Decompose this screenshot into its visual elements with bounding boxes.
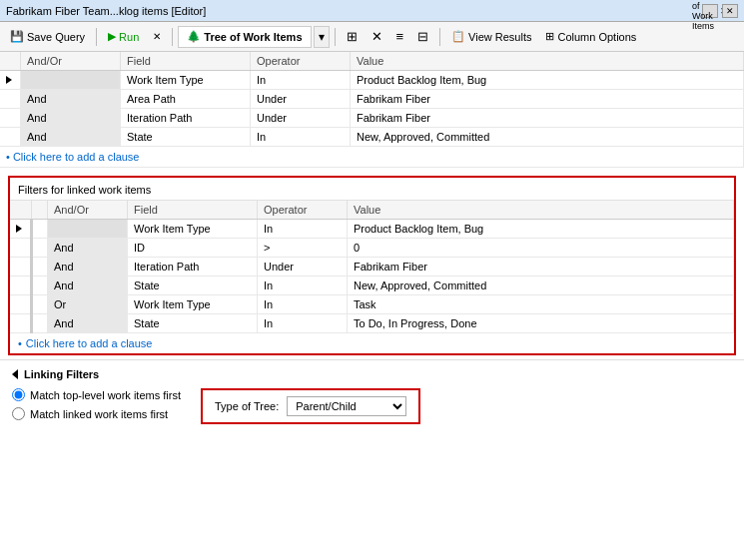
linked-operator-cell[interactable]: In bbox=[258, 277, 348, 295]
col-selector-header bbox=[0, 52, 21, 71]
linked-field-cell[interactable]: ID bbox=[128, 239, 258, 258]
column-options-button[interactable]: ⊞ Column Options bbox=[539, 26, 642, 48]
tree-type-dropdown[interactable]: ▾ bbox=[314, 26, 330, 48]
linked-field-cell[interactable]: State bbox=[128, 277, 258, 295]
linked-operator-cell[interactable]: Under bbox=[258, 258, 348, 277]
linked-operator-cell[interactable]: In bbox=[258, 220, 348, 239]
andor-cell[interactable] bbox=[21, 71, 121, 90]
col-andor-header: And/Or bbox=[21, 52, 121, 71]
indent-cell bbox=[32, 277, 48, 295]
linked-row-selector[interactable] bbox=[10, 277, 32, 295]
field-cell[interactable]: Work Item Type bbox=[121, 71, 251, 90]
linked-operator-cell[interactable]: In bbox=[258, 295, 348, 314]
linked-row-selector[interactable] bbox=[10, 314, 32, 333]
linked-value-cell[interactable]: Fabrikam Fiber bbox=[348, 258, 734, 277]
linked-row-selector[interactable] bbox=[10, 220, 32, 239]
toolbar-icon-btn-1[interactable]: ⊞ bbox=[341, 26, 364, 48]
linked-table-row[interactable]: AndID>0 bbox=[10, 239, 734, 258]
linked-row-selector[interactable] bbox=[10, 295, 32, 314]
toolbar-icon-btn-4[interactable]: ⊟ bbox=[411, 26, 434, 48]
toolbar: 💾 Save Query ▶ Run ✕ 🌲 Tree of Work Item… bbox=[0, 22, 744, 52]
linked-andor-cell[interactable]: And bbox=[48, 277, 128, 295]
linked-field-cell[interactable]: Work Item Type bbox=[128, 220, 258, 239]
tree-of-work-items-tab[interactable]: 🌲 Tree of Work Items bbox=[178, 26, 311, 48]
separator-4 bbox=[439, 28, 440, 46]
cancel-run-button[interactable]: ✕ bbox=[147, 26, 167, 48]
row-selector-cell[interactable] bbox=[0, 90, 21, 109]
radio-linked-input[interactable] bbox=[12, 407, 25, 420]
value-cell[interactable]: Fabrikam Fiber bbox=[351, 90, 744, 109]
linked-table-row[interactable]: AndStateInTo Do, In Progress, Done bbox=[10, 314, 734, 333]
linked-value-cell[interactable]: New, Approved, Committed bbox=[348, 277, 734, 295]
linked-andor-cell[interactable]: And bbox=[48, 314, 128, 333]
linked-table-row[interactable]: AndStateInNew, Approved, Committed bbox=[10, 277, 734, 295]
row-selector-cell[interactable] bbox=[0, 128, 21, 147]
close-tab-btn[interactable]: ✕ bbox=[722, 4, 738, 18]
linked-row-selector[interactable] bbox=[10, 239, 32, 258]
linked-operator-cell[interactable]: > bbox=[258, 239, 348, 258]
toolbar-icon-btn-2[interactable]: ✕ bbox=[366, 26, 388, 48]
linked-field-cell[interactable]: Work Item Type bbox=[128, 295, 258, 314]
linked-add-clause-text[interactable]: Click here to add a clause bbox=[26, 337, 153, 349]
radio-top-level-input[interactable] bbox=[12, 388, 25, 401]
run-icon: ▶ bbox=[108, 30, 116, 43]
linked-table-row[interactable]: OrWork Item TypeInTask bbox=[10, 295, 734, 314]
linked-add-clause-row[interactable]: • Click here to add a clause bbox=[10, 333, 734, 353]
linked-andor-cell[interactable]: And bbox=[48, 239, 128, 258]
col-value-header: Value bbox=[351, 52, 744, 71]
andor-cell[interactable]: And bbox=[21, 90, 121, 109]
linked-add-bullet: • bbox=[18, 337, 22, 349]
linked-header: Filters for linked work items bbox=[10, 178, 734, 201]
linked-andor-cell[interactable] bbox=[48, 220, 128, 239]
linked-andor-cell[interactable]: And bbox=[48, 258, 128, 277]
linked-col-andor: And/Or bbox=[48, 201, 128, 220]
row-selector-cell[interactable] bbox=[0, 109, 21, 128]
run-button[interactable]: ▶ Run bbox=[102, 26, 145, 48]
linked-table-row[interactable]: Work Item TypeInProduct Backlog Item, Bu… bbox=[10, 220, 734, 239]
title-bar-controls: Tree of Work Items ✕ ✕ bbox=[702, 4, 738, 18]
tree-type-label: Type of Tree: bbox=[215, 400, 279, 412]
linked-value-cell[interactable]: 0 bbox=[348, 239, 734, 258]
linked-table-row[interactable]: AndIteration PathUnderFabrikam Fiber bbox=[10, 258, 734, 277]
value-cell[interactable]: Fabrikam Fiber bbox=[351, 109, 744, 128]
save-query-button[interactable]: 💾 Save Query bbox=[4, 26, 91, 48]
andor-cell[interactable]: And bbox=[21, 128, 121, 147]
indent-cell bbox=[32, 220, 48, 239]
linking-filters-section: Linking Filters Match top-level work ite… bbox=[0, 359, 744, 432]
radio-top-level[interactable]: Match top-level work items first bbox=[12, 388, 181, 401]
view-results-button[interactable]: 📋 View Results bbox=[445, 26, 537, 48]
main-content: And/Or Field Operator Value Work Item Ty… bbox=[0, 52, 744, 560]
top-table-row[interactable]: AndStateInNew, Approved, Committed bbox=[0, 128, 744, 147]
linked-field-cell[interactable]: Iteration Path bbox=[128, 258, 258, 277]
linked-andor-cell[interactable]: Or bbox=[48, 295, 128, 314]
collapse-triangle-icon[interactable] bbox=[12, 369, 18, 379]
linked-field-cell[interactable]: State bbox=[128, 314, 258, 333]
linked-row-selector[interactable] bbox=[10, 258, 32, 277]
top-table-row[interactable]: Work Item TypeInProduct Backlog Item, Bu… bbox=[0, 71, 744, 90]
operator-cell[interactable]: Under bbox=[251, 90, 351, 109]
tab-active[interactable]: Tree of Work Items ✕ bbox=[702, 4, 718, 18]
field-cell[interactable]: Iteration Path bbox=[121, 109, 251, 128]
linked-value-cell[interactable]: To Do, In Progress, Done bbox=[348, 314, 734, 333]
row-selector-cell[interactable] bbox=[0, 71, 21, 90]
operator-cell[interactable]: Under bbox=[251, 109, 351, 128]
top-add-clause-row[interactable]: • Click here to add a clause bbox=[0, 147, 744, 168]
indent-cell bbox=[32, 258, 48, 277]
andor-cell[interactable]: And bbox=[21, 109, 121, 128]
operator-cell[interactable]: In bbox=[251, 71, 351, 90]
tree-type-select[interactable]: Parent/Child Related bbox=[287, 396, 406, 416]
top-add-clause-text[interactable]: Click here to add a clause bbox=[13, 151, 140, 163]
linked-value-cell[interactable]: Task bbox=[348, 295, 734, 314]
operator-cell[interactable]: In bbox=[251, 128, 351, 147]
top-table-row[interactable]: AndArea PathUnderFabrikam Fiber bbox=[0, 90, 744, 109]
linked-operator-cell[interactable]: In bbox=[258, 314, 348, 333]
linked-col-indent bbox=[32, 201, 48, 220]
field-cell[interactable]: State bbox=[121, 128, 251, 147]
field-cell[interactable]: Area Path bbox=[121, 90, 251, 109]
toolbar-icon-btn-3[interactable]: ≡ bbox=[390, 26, 410, 48]
value-cell[interactable]: Product Backlog Item, Bug bbox=[351, 71, 744, 90]
linked-value-cell[interactable]: Product Backlog Item, Bug bbox=[348, 220, 734, 239]
top-table-row[interactable]: AndIteration PathUnderFabrikam Fiber bbox=[0, 109, 744, 128]
value-cell[interactable]: New, Approved, Committed bbox=[351, 128, 744, 147]
radio-linked[interactable]: Match linked work items first bbox=[12, 407, 181, 420]
